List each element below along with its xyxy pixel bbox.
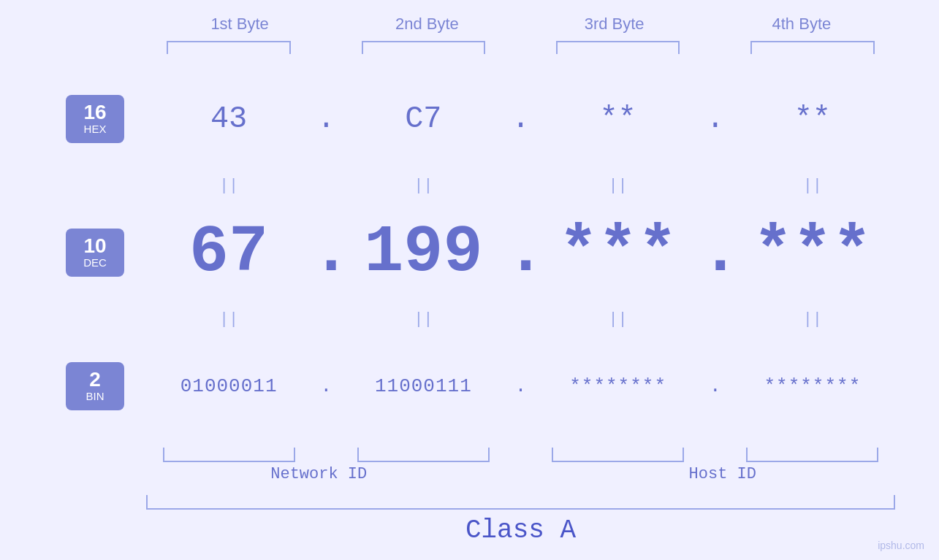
hex-dot-2: .	[506, 101, 536, 137]
bracket-bottom-net-wrap	[146, 448, 311, 462]
bin-cell-3: ********	[536, 375, 701, 397]
dec-row: 10 DEC 67 . 199 . *** . ***	[44, 195, 895, 310]
bracket-top-4	[750, 41, 875, 54]
bracket-top-1	[167, 41, 291, 54]
hex-dot-3: .	[701, 101, 730, 137]
id-label-row: Network ID Host ID	[146, 465, 895, 483]
equals-row-2: || || || ||	[44, 310, 895, 329]
hex-cells: 43 . C7 . ** . **	[146, 101, 895, 137]
hex-val-3: **	[536, 101, 701, 137]
byte2-header: 2nd Byte	[333, 15, 520, 34]
watermark: ipshu.com	[878, 540, 924, 551]
bin-base-num: 2	[77, 369, 113, 390]
dec-cell-3: ***	[536, 215, 701, 290]
bin-dot-2: .	[506, 375, 536, 397]
bin-val-3: ********	[536, 375, 701, 397]
hex-base-num: 16	[77, 102, 113, 123]
bin-cells: 01000011 . 11000111 . ******** . *******…	[146, 375, 895, 397]
hex-row: 16 HEX 43 . C7 . ** . **	[44, 61, 895, 177]
network-id-label-wrap: Network ID	[146, 465, 506, 483]
dec-base-num: 10	[77, 236, 113, 256]
eq-4: ||	[730, 177, 895, 195]
bracket-top-2	[362, 41, 486, 54]
dec-val-2: 199	[341, 215, 506, 290]
class-section: Class A	[146, 495, 895, 545]
bracket-bottom-host2	[746, 448, 878, 462]
bracket-cell-3	[536, 41, 701, 54]
dec-badge: 10 DEC	[66, 229, 124, 277]
hex-cell-4: **	[730, 101, 895, 137]
eq-1: ||	[146, 177, 311, 195]
bottom-section: Network ID Host ID Class A	[44, 448, 895, 545]
bin-cell-2: 11000111	[341, 375, 506, 397]
class-bracket	[146, 495, 895, 510]
byte1-header: 1st Byte	[146, 15, 333, 34]
class-label: Class A	[146, 515, 895, 545]
host-id-label-wrap: Host ID	[536, 465, 896, 483]
eq-2: ||	[341, 177, 506, 195]
byte-headers: 1st Byte 2nd Byte 3rd Byte 4th Byte	[44, 15, 895, 34]
hex-label: 16 HEX	[44, 95, 146, 143]
eq2-2: ||	[341, 310, 506, 329]
bin-badge: 2 BIN	[66, 362, 124, 410]
equals-row-1: || || || ||	[44, 177, 895, 195]
top-brackets	[44, 41, 895, 54]
dec-dot-2: .	[506, 215, 536, 290]
hex-cell-1: 43	[146, 101, 311, 137]
bin-val-2: 11000111	[341, 375, 506, 397]
bottom-bracket-row	[146, 448, 895, 462]
hex-dot-1: .	[311, 101, 341, 137]
dec-cell-2: 199	[341, 215, 506, 290]
hex-val-2: C7	[341, 101, 506, 137]
hex-val-4: **	[730, 101, 895, 137]
dec-dot-3: .	[701, 215, 730, 290]
bracket-bottom-net	[163, 448, 295, 462]
bracket-top-3	[556, 41, 680, 54]
dec-label: 10 DEC	[44, 229, 146, 277]
bracket-cell-4	[730, 41, 895, 54]
bracket-bottom-net2	[357, 448, 490, 462]
bin-dot-1: .	[311, 375, 341, 397]
bin-val-4: ********	[730, 375, 895, 397]
bracket-bottom-host2-wrap	[730, 448, 895, 462]
bin-row: 2 BIN 01000011 . 11000111 . ******** . *…	[44, 329, 895, 444]
bin-val-1: 01000011	[146, 375, 311, 397]
eq2-1: ||	[146, 310, 311, 329]
hex-val-1: 43	[146, 101, 311, 137]
dec-base-name: DEC	[77, 256, 113, 269]
bracket-bottom-net2-wrap	[341, 448, 506, 462]
dec-val-1: 67	[146, 215, 311, 290]
hex-base-name: HEX	[77, 123, 113, 136]
hex-cell-3: **	[536, 101, 701, 137]
class-bracket-wrap	[146, 495, 895, 510]
hex-badge: 16 HEX	[66, 95, 124, 143]
main-container: 1st Byte 2nd Byte 3rd Byte 4th Byte 16 H…	[0, 0, 939, 560]
bracket-cell-2	[341, 41, 506, 54]
dec-dot-1: .	[311, 215, 341, 290]
dec-cells: 67 . 199 . *** . ***	[146, 215, 895, 290]
bracket-bottom-host1-wrap	[536, 448, 701, 462]
host-id-label: Host ID	[689, 465, 756, 483]
dec-cell-1: 67	[146, 215, 311, 290]
network-id-label: Network ID	[270, 465, 367, 483]
bin-base-name: BIN	[77, 390, 113, 403]
dec-val-3: ***	[536, 215, 701, 290]
eq-3: ||	[536, 177, 701, 195]
hex-cell-2: C7	[341, 101, 506, 137]
bin-cell-1: 01000011	[146, 375, 311, 397]
bin-cell-4: ********	[730, 375, 895, 397]
dec-cell-4: ***	[730, 215, 895, 290]
eq2-3: ||	[536, 310, 701, 329]
dec-val-4: ***	[730, 215, 895, 290]
bracket-bottom-host1	[552, 448, 684, 462]
eq2-4: ||	[730, 310, 895, 329]
byte3-header: 3rd Byte	[521, 15, 708, 34]
byte4-header: 4th Byte	[708, 15, 895, 34]
bin-label: 2 BIN	[44, 362, 146, 410]
bin-dot-3: .	[701, 375, 730, 397]
bracket-cell-1	[146, 41, 311, 54]
